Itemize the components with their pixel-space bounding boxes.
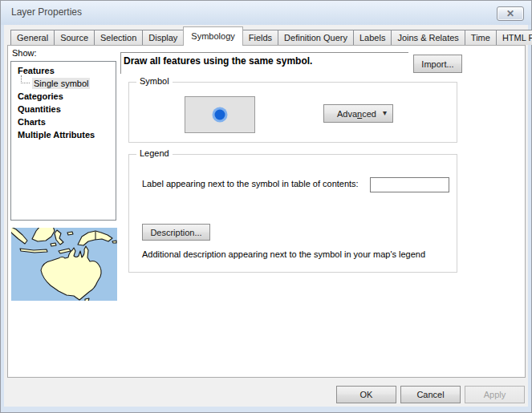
legend-group-title: Legend: [136, 148, 173, 158]
apply-button: Apply: [465, 386, 525, 403]
tree-item-charts[interactable]: Charts: [11, 115, 116, 128]
description-button[interactable]: Description...: [142, 224, 210, 241]
tab-selection[interactable]: Selection: [94, 30, 143, 45]
tab-general[interactable]: General: [10, 30, 55, 45]
dialog-footer: OK Cancel Apply: [336, 386, 525, 403]
map-preview-australia: [11, 228, 117, 301]
dialog-client-area: General Source Selection Display Symbolo…: [4, 25, 528, 407]
tab-html-popup[interactable]: HTML Popup: [496, 30, 532, 45]
show-tree: Features Single symbol Categories Quanti…: [10, 61, 116, 221]
tree-item-multiple-attributes[interactable]: Multiple Attributes: [11, 128, 116, 141]
point-symbol-icon: [211, 106, 229, 123]
ok-button[interactable]: OK: [336, 386, 396, 403]
symbology-tab-page: Show: Features Single symbol Categories …: [7, 45, 526, 378]
tab-source[interactable]: Source: [54, 30, 95, 45]
tree-item-single-symbol[interactable]: Single symbol: [11, 77, 116, 90]
tab-display[interactable]: Display: [142, 30, 184, 45]
summary-text: Draw all features using the same symbol.: [121, 53, 408, 67]
legend-label-text: Label appearing next to the symbol in ta…: [142, 179, 359, 188]
tab-joins-relates[interactable]: Joins & Relates: [391, 30, 465, 45]
legend-label-input[interactable]: [370, 177, 449, 192]
symbol-preview-button[interactable]: [185, 96, 255, 133]
advanced-dropdown-button[interactable]: Advanced ▾: [323, 104, 393, 123]
tab-labels[interactable]: Labels: [353, 30, 392, 45]
show-label: Show:: [12, 48, 37, 58]
tab-strip: General Source Selection Display Symbolo…: [10, 26, 532, 45]
titlebar[interactable]: Layer Properties ✕: [1, 1, 531, 25]
tree-item-quantities[interactable]: Quantities: [11, 103, 116, 115]
import-button[interactable]: Import...: [413, 55, 462, 73]
tree-item-categories[interactable]: Categories: [11, 90, 116, 103]
symbol-groupbox: Symbol Advanced ▾: [128, 82, 457, 143]
window-title: Layer Properties: [11, 6, 82, 18]
summary-box: Draw all features using the same symbol.: [120, 52, 408, 74]
tab-symbology[interactable]: Symbology: [183, 26, 242, 46]
legend-groupbox: Legend Label appearing next to the symbo…: [128, 154, 457, 273]
legend-additional-text: Additional description appearing next to…: [142, 249, 425, 259]
tab-definition-query[interactable]: Definition Query: [278, 30, 354, 45]
tab-fields[interactable]: Fields: [242, 30, 278, 45]
tree-connector-icon: [21, 75, 30, 83]
symbol-group-title: Symbol: [136, 76, 173, 86]
close-icon[interactable]: ✕: [497, 6, 524, 21]
layer-properties-dialog: Layer Properties ✕ General Source Select…: [0, 0, 532, 413]
chevron-down-icon: ▾: [383, 108, 387, 117]
cancel-button[interactable]: Cancel: [400, 386, 461, 403]
tab-time[interactable]: Time: [465, 30, 497, 45]
